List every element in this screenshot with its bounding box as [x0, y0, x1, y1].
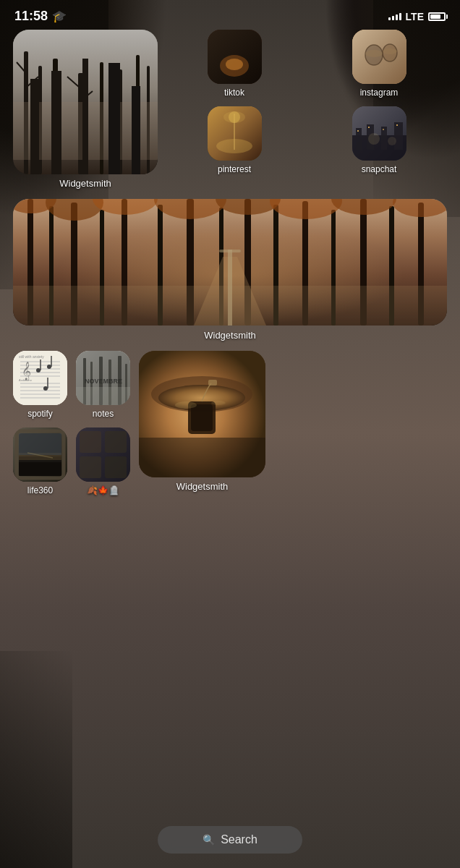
tiktok-icon-svg: [208, 30, 262, 84]
snapchat-icon-svg: [352, 106, 406, 161]
svg-rect-92: [19, 433, 61, 455]
widgetsmith-large-1[interactable]: Widgetsmith: [13, 30, 158, 189]
instagram-icon: [352, 30, 406, 84]
search-bar[interactable]: 🔍 Search: [158, 826, 302, 854]
fall-app[interactable]: 🍂🍁🪦: [76, 427, 130, 495]
dock: 🔍 Search: [158, 826, 302, 854]
widget-wide-svg: [13, 199, 447, 326]
svg-rect-35: [383, 129, 384, 130]
life360-label: life360: [27, 485, 53, 495]
svg-point-80: [36, 368, 41, 373]
svg-point-16: [226, 59, 243, 70]
status-bar: 11:58 🎓 LTE: [0, 0, 460, 30]
battery-fill: [430, 14, 440, 19]
pinterest-app[interactable]: pinterest: [166, 106, 302, 174]
svg-point-84: [43, 386, 48, 391]
row3-left: 𝄞 still with anxiety Andantino spotify: [13, 351, 67, 495]
svg-rect-116: [208, 380, 217, 386]
svg-rect-108: [105, 431, 127, 453]
notes-icon-svg: NOVEMBRE: [76, 351, 130, 405]
widgetsmith-wide[interactable]: Widgetsmith: [13, 199, 447, 341]
pinterest-label: pinterest: [218, 164, 251, 174]
notes-label: notes: [93, 409, 114, 419]
svg-rect-115: [191, 404, 213, 431]
fall-icon-svg: [76, 427, 130, 482]
time-display: 11:58: [14, 9, 48, 24]
instagram-icon-svg: [352, 30, 406, 84]
widgetsmith-large-2-image: [139, 351, 265, 477]
signal-bars: [388, 13, 401, 20]
svg-rect-32: [394, 122, 403, 150]
life360-icon: [13, 427, 67, 482]
widgetsmith-large-1-label: Widgetsmith: [13, 178, 158, 189]
notes-app[interactable]: NOVEMBRE notes: [76, 351, 130, 419]
svg-rect-33: [357, 130, 359, 132]
widgetsmith-wide-icon: [13, 199, 447, 326]
search-label: Search: [221, 833, 257, 846]
tiktok-app[interactable]: tiktok: [166, 30, 302, 98]
snapchat-label: snapchat: [362, 164, 397, 174]
svg-point-20: [365, 50, 383, 57]
row2: Widgetsmith: [13, 199, 447, 341]
snapchat-icon: [352, 106, 406, 161]
widgetsmith-large-2-label: Widgetsmith: [139, 481, 265, 492]
svg-rect-93: [19, 462, 61, 476]
spotify-icon: 𝄞 still with anxiety Andantino: [13, 351, 67, 405]
row3: 𝄞 still with anxiety Andantino spotify: [13, 351, 447, 495]
svg-point-26: [223, 111, 245, 123]
graduation-icon: 🎓: [52, 9, 67, 23]
pinterest-icon-svg: [208, 106, 262, 161]
widgetsmith-large-2[interactable]: Widgetsmith: [139, 351, 265, 492]
notes-icon: NOVEMBRE: [76, 351, 130, 405]
signal-bar-4: [399, 13, 401, 20]
signal-bar-1: [388, 17, 391, 20]
lte-label: LTE: [406, 11, 424, 22]
fall-icon: [76, 427, 130, 482]
widgetsmith-wide-image: [13, 199, 447, 326]
spotify-icon-svg: 𝄞 still with anxiety Andantino: [13, 351, 67, 405]
svg-point-37: [368, 133, 380, 145]
widgetsmith-large-2-icon: [139, 351, 265, 477]
instagram-label: instagram: [360, 88, 399, 98]
svg-rect-107: [80, 431, 101, 453]
svg-rect-105: [76, 387, 130, 405]
tiktok-label: tiktok: [224, 88, 244, 98]
search-icon: 🔍: [203, 834, 215, 846]
life360-icon-svg: [13, 427, 67, 482]
svg-rect-67: [219, 250, 241, 252]
tea-svg: [139, 351, 265, 477]
svg-text:still with anxiety: still with anxiety: [19, 354, 44, 359]
svg-text:Andantino: Andantino: [19, 378, 33, 382]
svg-rect-34: [368, 127, 370, 128]
widget-forest-svg: [13, 30, 158, 174]
widgetsmith-large-1-icon: [13, 30, 158, 174]
row1: Widgetsmith: [13, 30, 447, 189]
apps-grid-2x2: tiktok: [166, 30, 447, 174]
home-content: Widgetsmith: [0, 30, 460, 495]
svg-point-118: [211, 401, 226, 405]
instagram-app[interactable]: instagram: [311, 30, 447, 98]
svg-rect-66: [228, 250, 232, 326]
widgetsmith-wide-label: Widgetsmith: [13, 330, 447, 341]
svg-rect-36: [396, 124, 398, 126]
svg-point-117: [175, 401, 197, 409]
pinterest-icon: [208, 106, 262, 161]
spotify-app[interactable]: 𝄞 still with anxiety Andantino spotify: [13, 351, 67, 419]
svg-point-82: [47, 365, 51, 369]
status-right-area: LTE: [388, 11, 446, 22]
tiktok-icon: [208, 30, 262, 84]
snapchat-app[interactable]: snapchat: [311, 106, 447, 174]
svg-point-21: [383, 48, 397, 54]
svg-rect-109: [80, 456, 101, 478]
life360-app[interactable]: life360: [13, 427, 67, 495]
row3-mid: NOVEMBRE notes: [76, 351, 130, 495]
spotify-label: spotify: [27, 409, 53, 419]
status-time-area: 11:58 🎓: [14, 9, 67, 24]
svg-point-38: [388, 137, 396, 145]
signal-bar-3: [396, 14, 398, 20]
svg-rect-13: [13, 102, 158, 160]
fall-emojis-label: 🍂🍁🪦: [87, 485, 119, 495]
widgetsmith-large-1-image: [13, 30, 158, 174]
signal-bar-2: [392, 16, 394, 20]
svg-rect-110: [105, 456, 127, 478]
